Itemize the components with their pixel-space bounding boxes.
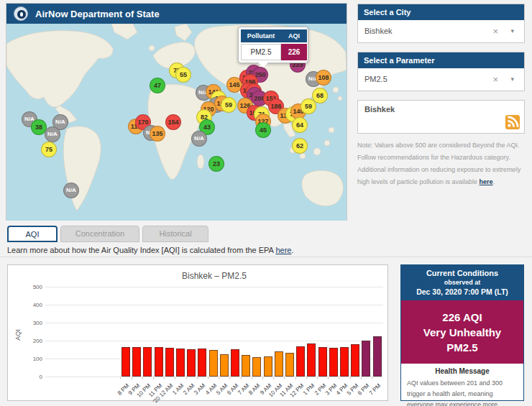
world-map[interactable]: N/A38N/AN/A75N/A477555115170N/A13515423N…: [6, 24, 347, 221]
parameter-dropdown-value: PM2.5: [364, 75, 387, 83]
page: AirNow Department of State: [0, 0, 532, 406]
city-caret-icon[interactable]: ▾: [510, 20, 514, 42]
bar-7am[interactable]: [242, 355, 250, 377]
bar-10pm[interactable]: [143, 347, 152, 377]
bar-2pm[interactable]: [318, 347, 327, 377]
bar-3pm[interactable]: [329, 348, 338, 377]
xtick: [229, 377, 230, 379]
feed-city-label: Bishkek: [364, 105, 395, 114]
view-tabs: AQIConcentrationHistorical: [7, 226, 211, 242]
ytick-500: 500: [22, 284, 42, 290]
xtick: [317, 377, 318, 379]
health-message-section: Health Message AQI values between 201 an…: [401, 364, 523, 406]
aqi-marker-59[interactable]: 59: [221, 97, 237, 113]
xtick: [372, 377, 372, 379]
aqi-marker-47[interactable]: 47: [150, 78, 165, 93]
select-parameter-panel: Select a Parameter PM2.5 × ▾: [357, 52, 525, 91]
tab-concentration[interactable]: Concentration: [60, 226, 139, 242]
xtick: [142, 377, 143, 379]
xtick: [273, 377, 274, 379]
bar-11pm[interactable]: [155, 347, 163, 377]
xtick: [120, 377, 121, 379]
bar-9pm[interactable]: [132, 347, 141, 377]
note-here-link[interactable]: here: [480, 178, 493, 185]
bar-6pm[interactable]: [362, 341, 370, 377]
bar-12pm[interactable]: [296, 346, 305, 377]
gridline-200: [45, 341, 383, 341]
xtick: [175, 377, 175, 379]
xtick: [350, 377, 351, 379]
xtick: [132, 377, 132, 379]
aqi-marker-68[interactable]: 68: [312, 88, 328, 103]
popup-aqi-header: AQI: [281, 29, 307, 42]
bar-4am[interactable]: [209, 350, 218, 377]
gridline-500: [45, 287, 383, 287]
tab-aqi[interactable]: AQI: [7, 226, 58, 242]
bar-7pm[interactable]: [373, 336, 382, 377]
current-aqi-block: 226 AQI Very Unhealthy PM2.5: [401, 300, 523, 364]
separator: [0, 257, 532, 257]
city-feed-box: Bishkek: [357, 100, 525, 134]
learn-more-here-link[interactable]: here: [275, 246, 291, 254]
health-message-title: Health Message: [407, 367, 518, 375]
city-dropdown[interactable]: Bishkek × ▾: [358, 20, 524, 42]
xtick: [153, 377, 154, 379]
aqi-marker-23[interactable]: 23: [208, 156, 224, 172]
bar-1am[interactable]: [176, 349, 185, 377]
bar-8am[interactable]: [252, 357, 261, 377]
bar-2012am[interactable]: [165, 348, 174, 377]
aqi-marker-108[interactable]: 108: [316, 70, 331, 86]
xtick: [164, 377, 165, 379]
xtick: [328, 377, 329, 379]
aqi-marker-64[interactable]: 64: [292, 117, 308, 133]
bar-8pm[interactable]: [121, 347, 130, 377]
xtick: [361, 377, 362, 379]
chart-plot-area: 01002003004005008 PM9 PM10 PM11 PM'20 12…: [45, 287, 383, 377]
aqi-marker-62[interactable]: 62: [292, 138, 308, 154]
tab-historical[interactable]: Historical: [142, 226, 208, 242]
bar-10am[interactable]: [275, 351, 283, 377]
learn-more-text: Learn more about how the Air Quality Ind…: [7, 246, 293, 254]
xtick: [262, 377, 263, 379]
select-city-panel: Select a City Bishkek × ▾: [357, 4, 525, 43]
aqi-marker-135[interactable]: 135: [150, 126, 165, 142]
aqi-marker-n/a[interactable]: N/A: [63, 183, 79, 198]
current-conditions-panel: Current Conditions observed at Dec 30, 2…: [400, 264, 524, 401]
aqi-marker-154[interactable]: 154: [165, 114, 181, 130]
bar-3am[interactable]: [198, 349, 206, 377]
ytick-300: 300: [22, 320, 42, 326]
aqi-marker-55[interactable]: 55: [175, 67, 191, 83]
bar-5am[interactable]: [220, 354, 229, 377]
map-popup: Pollutant AQI PM2.5 226: [238, 27, 308, 63]
popup-pollutant-value: PM2.5: [241, 44, 281, 60]
aqi-marker-45[interactable]: 45: [255, 122, 271, 138]
parameter-caret-icon[interactable]: ▾: [510, 68, 514, 91]
chart-ylabel: AQI: [14, 329, 22, 341]
xtick: [306, 377, 307, 379]
parameter-clear-icon[interactable]: ×: [492, 68, 498, 91]
aqi-chart-panel: Bishkek – PM2.5 AQI 01002003004005008 PM…: [7, 264, 388, 401]
aqi-note: Note: Values above 500 are considered Be…: [357, 139, 526, 188]
xtick: [197, 377, 198, 379]
parameter-dropdown[interactable]: PM2.5 × ▾: [358, 68, 524, 91]
gridline-400: [45, 305, 383, 305]
chart-title: Bishkek – PM2.5: [45, 271, 383, 281]
bar-11am[interactable]: [285, 353, 294, 377]
bar-2am[interactable]: [187, 349, 196, 377]
popup-aqi-value: 226: [281, 44, 307, 60]
city-clear-icon[interactable]: ×: [492, 20, 498, 42]
aqi-marker-75[interactable]: 75: [41, 142, 57, 157]
xtick: [219, 377, 219, 379]
select-parameter-header: Select a Parameter: [358, 52, 524, 68]
rss-icon[interactable]: [505, 115, 520, 129]
bar-9am[interactable]: [264, 356, 272, 377]
city-dropdown-value: Bishkek: [364, 27, 393, 35]
bar-5pm[interactable]: [351, 344, 359, 377]
ytick-100: 100: [22, 356, 42, 362]
bar-1pm[interactable]: [307, 343, 316, 377]
bar-4pm[interactable]: [340, 347, 349, 377]
aqi-marker-n/a[interactable]: N/A: [191, 131, 207, 147]
bar-6am[interactable]: [231, 349, 239, 377]
aqi-marker-n/a[interactable]: N/A: [45, 126, 60, 142]
health-message-text: AQI values between 201 and 300 trigger a…: [407, 378, 518, 406]
